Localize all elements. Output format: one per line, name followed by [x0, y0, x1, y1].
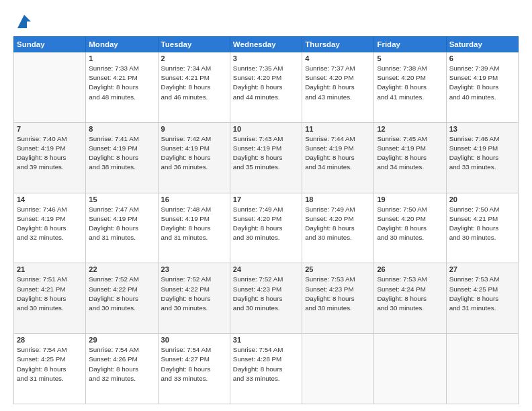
day-header-thursday: Thursday — [302, 37, 374, 52]
cell-content: Sunrise: 7:54 AM Sunset: 4:27 PM Dayligh… — [161, 345, 227, 383]
calendar-cell: 15Sunrise: 7:47 AM Sunset: 4:19 PM Dayli… — [86, 193, 158, 263]
calendar-week-0: 1Sunrise: 7:33 AM Sunset: 4:21 PM Daylig… — [14, 52, 519, 123]
day-number: 26 — [377, 265, 443, 273]
cell-content: Sunrise: 7:34 AM Sunset: 4:21 PM Dayligh… — [161, 64, 227, 102]
cell-content: Sunrise: 7:41 AM Sunset: 4:19 PM Dayligh… — [89, 134, 154, 173]
calendar-cell: 5Sunrise: 7:38 AM Sunset: 4:20 PM Daylig… — [374, 52, 446, 123]
cell-content: Sunrise: 7:52 AM Sunset: 4:22 PM Dayligh… — [161, 275, 227, 313]
day-number: 20 — [449, 195, 515, 203]
calendar-cell: 22Sunrise: 7:52 AM Sunset: 4:22 PM Dayli… — [86, 263, 158, 334]
logo — [13, 12, 34, 31]
calendar-cell: 16Sunrise: 7:48 AM Sunset: 4:19 PM Dayli… — [158, 193, 230, 263]
day-number: 23 — [161, 265, 227, 273]
cell-content: Sunrise: 7:53 AM Sunset: 4:25 PM Dayligh… — [449, 275, 515, 313]
calendar-cell: 2Sunrise: 7:34 AM Sunset: 4:21 PM Daylig… — [158, 52, 230, 123]
calendar-cell: 4Sunrise: 7:37 AM Sunset: 4:20 PM Daylig… — [302, 52, 374, 123]
day-number: 12 — [377, 125, 443, 133]
day-number: 10 — [233, 125, 299, 133]
cell-content: Sunrise: 7:49 AM Sunset: 4:20 PM Dayligh… — [233, 205, 299, 243]
day-number: 8 — [89, 125, 154, 133]
calendar-cell: 24Sunrise: 7:52 AM Sunset: 4:23 PM Dayli… — [230, 263, 302, 334]
cell-content: Sunrise: 7:50 AM Sunset: 4:20 PM Dayligh… — [377, 205, 443, 243]
day-number: 7 — [17, 125, 83, 133]
calendar-week-1: 7Sunrise: 7:40 AM Sunset: 4:19 PM Daylig… — [14, 122, 519, 193]
day-number: 25 — [305, 265, 371, 273]
day-number: 27 — [449, 265, 515, 273]
day-header-saturday: Saturday — [446, 37, 518, 52]
cell-content: Sunrise: 7:40 AM Sunset: 4:19 PM Dayligh… — [17, 134, 83, 173]
day-number: 17 — [233, 195, 299, 203]
cell-content: Sunrise: 7:51 AM Sunset: 4:21 PM Dayligh… — [17, 275, 83, 313]
day-header-sunday: Sunday — [14, 37, 86, 52]
calendar-cell: 20Sunrise: 7:50 AM Sunset: 4:21 PM Dayli… — [446, 193, 518, 263]
calendar-cell — [446, 334, 518, 404]
calendar-cell: 21Sunrise: 7:51 AM Sunset: 4:21 PM Dayli… — [14, 263, 86, 334]
calendar-table: SundayMondayTuesdayWednesdayThursdayFrid… — [13, 36, 519, 404]
calendar-cell: 26Sunrise: 7:53 AM Sunset: 4:24 PM Dayli… — [374, 263, 446, 334]
calendar-cell: 9Sunrise: 7:42 AM Sunset: 4:19 PM Daylig… — [158, 122, 230, 193]
cell-content: Sunrise: 7:49 AM Sunset: 4:20 PM Dayligh… — [305, 205, 371, 243]
logo-icon — [15, 12, 34, 31]
cell-content: Sunrise: 7:38 AM Sunset: 4:20 PM Dayligh… — [377, 64, 443, 102]
cell-content: Sunrise: 7:54 AM Sunset: 4:28 PM Dayligh… — [233, 345, 299, 383]
calendar-cell: 27Sunrise: 7:53 AM Sunset: 4:25 PM Dayli… — [446, 263, 518, 334]
calendar-cell: 14Sunrise: 7:46 AM Sunset: 4:19 PM Dayli… — [14, 193, 86, 263]
day-number: 5 — [377, 54, 443, 62]
calendar-cell: 17Sunrise: 7:49 AM Sunset: 4:20 PM Dayli… — [230, 193, 302, 263]
day-number: 24 — [233, 265, 299, 273]
calendar-cell: 3Sunrise: 7:35 AM Sunset: 4:20 PM Daylig… — [230, 52, 302, 123]
calendar-header-row: SundayMondayTuesdayWednesdayThursdayFrid… — [14, 37, 519, 52]
calendar-cell: 12Sunrise: 7:45 AM Sunset: 4:19 PM Dayli… — [374, 122, 446, 193]
day-header-wednesday: Wednesday — [230, 37, 302, 52]
cell-content: Sunrise: 7:35 AM Sunset: 4:20 PM Dayligh… — [233, 64, 299, 102]
calendar-cell: 8Sunrise: 7:41 AM Sunset: 4:19 PM Daylig… — [86, 122, 158, 193]
calendar-cell — [14, 52, 86, 123]
cell-content: Sunrise: 7:47 AM Sunset: 4:19 PM Dayligh… — [89, 205, 154, 243]
day-number: 13 — [449, 125, 515, 133]
day-number: 28 — [17, 336, 83, 344]
calendar-cell: 10Sunrise: 7:43 AM Sunset: 4:19 PM Dayli… — [230, 122, 302, 193]
day-number: 21 — [17, 265, 83, 273]
calendar-cell: 7Sunrise: 7:40 AM Sunset: 4:19 PM Daylig… — [14, 122, 86, 193]
cell-content: Sunrise: 7:52 AM Sunset: 4:22 PM Dayligh… — [89, 275, 154, 313]
day-number: 18 — [305, 195, 371, 203]
day-number: 9 — [161, 125, 227, 133]
calendar-cell: 13Sunrise: 7:46 AM Sunset: 4:19 PM Dayli… — [446, 122, 518, 193]
day-number: 14 — [17, 195, 83, 203]
calendar-cell: 30Sunrise: 7:54 AM Sunset: 4:27 PM Dayli… — [158, 334, 230, 404]
cell-content: Sunrise: 7:44 AM Sunset: 4:19 PM Dayligh… — [305, 134, 371, 173]
calendar-cell: 29Sunrise: 7:54 AM Sunset: 4:26 PM Dayli… — [86, 334, 158, 404]
page: SundayMondayTuesdayWednesdayThursdayFrid… — [0, 0, 532, 411]
cell-content: Sunrise: 7:54 AM Sunset: 4:25 PM Dayligh… — [17, 345, 83, 383]
calendar-week-3: 21Sunrise: 7:51 AM Sunset: 4:21 PM Dayli… — [14, 263, 519, 334]
calendar-cell: 19Sunrise: 7:50 AM Sunset: 4:20 PM Dayli… — [374, 193, 446, 263]
cell-content: Sunrise: 7:50 AM Sunset: 4:21 PM Dayligh… — [449, 205, 515, 243]
cell-content: Sunrise: 7:54 AM Sunset: 4:26 PM Dayligh… — [89, 345, 154, 383]
day-number: 30 — [161, 336, 227, 344]
cell-content: Sunrise: 7:53 AM Sunset: 4:23 PM Dayligh… — [305, 275, 371, 313]
cell-content: Sunrise: 7:46 AM Sunset: 4:19 PM Dayligh… — [17, 205, 83, 243]
cell-content: Sunrise: 7:43 AM Sunset: 4:19 PM Dayligh… — [233, 134, 299, 173]
calendar-cell — [374, 334, 446, 404]
day-number: 3 — [233, 54, 299, 62]
cell-content: Sunrise: 7:42 AM Sunset: 4:19 PM Dayligh… — [161, 134, 227, 173]
day-number: 4 — [305, 54, 371, 62]
day-number: 11 — [305, 125, 371, 133]
cell-content: Sunrise: 7:45 AM Sunset: 4:19 PM Dayligh… — [377, 134, 443, 173]
day-number: 22 — [89, 265, 154, 273]
cell-content: Sunrise: 7:48 AM Sunset: 4:19 PM Dayligh… — [161, 205, 227, 243]
day-number: 29 — [89, 336, 154, 344]
day-number: 15 — [89, 195, 154, 203]
header — [13, 12, 519, 31]
calendar-week-2: 14Sunrise: 7:46 AM Sunset: 4:19 PM Dayli… — [14, 193, 519, 263]
cell-content: Sunrise: 7:33 AM Sunset: 4:21 PM Dayligh… — [89, 64, 154, 102]
calendar-cell: 23Sunrise: 7:52 AM Sunset: 4:22 PM Dayli… — [158, 263, 230, 334]
day-header-tuesday: Tuesday — [158, 37, 230, 52]
cell-content: Sunrise: 7:37 AM Sunset: 4:20 PM Dayligh… — [305, 64, 371, 102]
svg-marker-0 — [17, 15, 31, 28]
day-number: 1 — [89, 54, 154, 62]
calendar-cell: 1Sunrise: 7:33 AM Sunset: 4:21 PM Daylig… — [86, 52, 158, 123]
calendar-cell — [302, 334, 374, 404]
day-number: 31 — [233, 336, 299, 344]
cell-content: Sunrise: 7:46 AM Sunset: 4:19 PM Dayligh… — [449, 134, 515, 173]
